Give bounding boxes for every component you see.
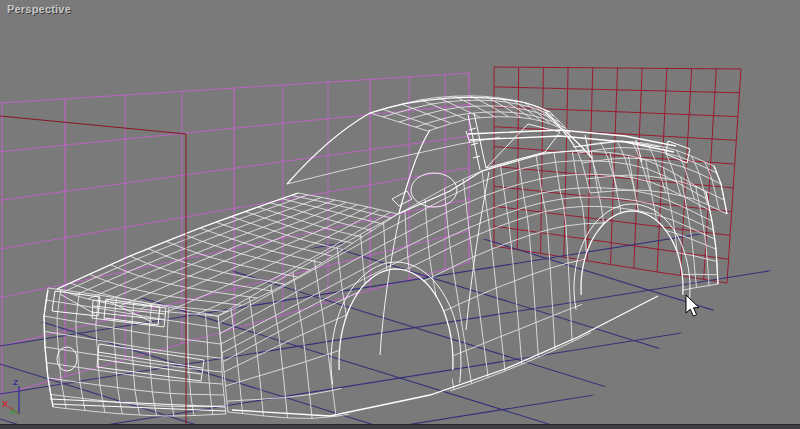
viewport-canvas[interactable]: ZX	[0, 0, 800, 429]
steering-wheel-outline	[411, 173, 457, 207]
axis-gizmo: ZX	[2, 378, 19, 414]
viewport-bottom-edge	[0, 424, 800, 429]
viewport-perspective[interactable]: ZX Perspective	[0, 0, 800, 429]
viewport-label: Perspective	[7, 3, 71, 15]
mouse-cursor-icon	[684, 294, 702, 318]
car-side-mesh	[218, 151, 718, 418]
car-front-mesh	[44, 288, 226, 416]
cursor-arrow	[686, 295, 699, 316]
front-reference-plane-edge[interactable]	[0, 116, 186, 427]
side-reference-plane-grid[interactable]	[0, 73, 470, 395]
z-axis-label: Z	[13, 378, 18, 387]
x-axis-label: X	[2, 399, 8, 409]
